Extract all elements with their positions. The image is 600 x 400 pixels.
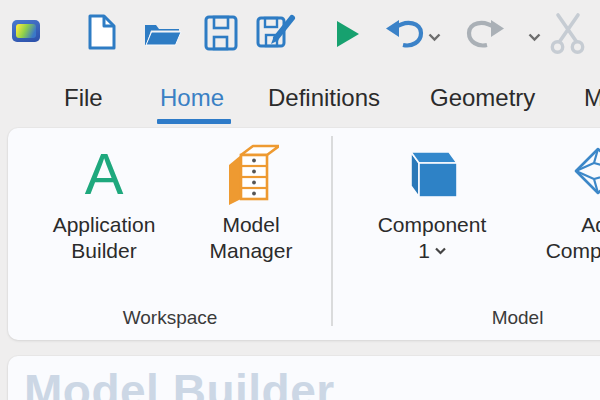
scissors-icon <box>549 12 587 56</box>
component-cube-icon <box>403 148 461 200</box>
app-logo-icon <box>12 20 40 42</box>
redo-button[interactable] <box>466 18 506 50</box>
group-label-workspace: Workspace <box>10 307 330 329</box>
chevron-down-icon <box>435 247 446 255</box>
model-manager-button[interactable]: Model Manager <box>186 142 316 264</box>
ribbon-group-separator <box>331 136 333 326</box>
open-folder-icon <box>143 17 183 51</box>
cut-button[interactable] <box>549 12 587 56</box>
model-manager-label-line1: Model <box>210 212 293 238</box>
model-manager-icon <box>223 143 279 205</box>
redo-icon <box>466 18 506 50</box>
tab-home[interactable]: Home <box>160 84 224 112</box>
run-button[interactable] <box>334 19 360 49</box>
model-manager-label-line2: Manager <box>210 238 293 264</box>
undo-button[interactable] <box>384 18 424 50</box>
component-1-button[interactable]: Component 1 <box>368 142 496 264</box>
component-1-label-line1: Component <box>378 212 487 238</box>
open-file-button[interactable] <box>143 17 183 51</box>
group-label-model: Model <box>335 307 600 329</box>
add-component-label-line1: Add <box>546 212 600 238</box>
application-builder-label-line1: Application <box>53 212 156 238</box>
tab-geometry[interactable]: Geometry <box>430 84 535 112</box>
undo-dropdown-button[interactable] <box>428 33 441 42</box>
save-icon <box>204 15 238 51</box>
new-file-button[interactable] <box>86 13 118 51</box>
chevron-down-icon <box>428 33 441 42</box>
application-builder-icon: A <box>85 144 124 204</box>
active-tab-indicator <box>157 119 231 124</box>
tab-materials[interactable]: Materials <box>584 84 600 112</box>
application-builder-button[interactable]: A Application Builder <box>28 142 180 264</box>
play-icon <box>334 19 360 49</box>
add-component-label-line2: Component <box>546 238 600 264</box>
application-builder-label-line2: Builder <box>53 238 156 264</box>
chevron-down-icon <box>528 33 541 42</box>
app-icon[interactable] <box>12 20 40 42</box>
component-1-label-line2: 1 <box>418 238 430 264</box>
add-component-button[interactable]: Add Component <box>536 142 600 264</box>
app-window: File Home Definitions Geometry Materials… <box>0 0 600 400</box>
tab-definitions[interactable]: Definitions <box>268 84 380 112</box>
undo-icon <box>384 18 424 50</box>
new-file-icon <box>86 13 118 51</box>
add-component-diamond-icon <box>574 146 600 196</box>
redo-dropdown-button[interactable] <box>528 33 541 42</box>
tab-file[interactable]: File <box>64 84 103 112</box>
model-builder-panel-title: Model Builder <box>24 364 335 400</box>
save-as-button[interactable] <box>256 13 296 51</box>
save-button[interactable] <box>204 15 238 51</box>
save-as-icon <box>256 13 296 51</box>
